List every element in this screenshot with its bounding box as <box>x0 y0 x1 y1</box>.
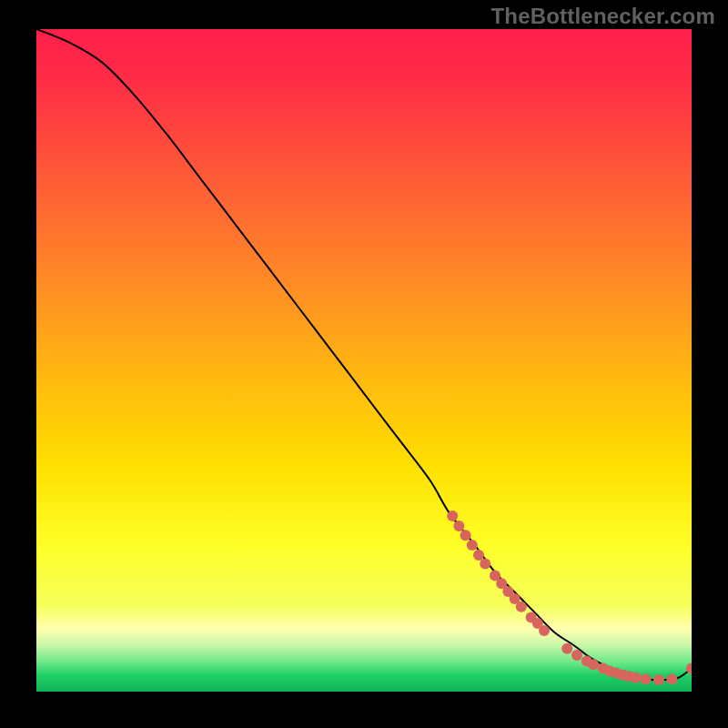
gradient-background <box>36 29 692 692</box>
data-point <box>516 602 527 612</box>
data-point <box>631 672 642 683</box>
data-point <box>460 530 471 541</box>
data-point <box>653 674 664 685</box>
data-point <box>467 540 478 551</box>
data-point <box>480 559 490 570</box>
data-point <box>539 625 550 636</box>
data-point <box>666 673 677 684</box>
data-point <box>453 521 464 531</box>
watermark-text: TheBottlenecker.com <box>490 4 715 29</box>
data-point <box>588 659 599 670</box>
data-point <box>561 643 572 654</box>
data-point <box>447 511 458 521</box>
chart-svg <box>36 29 692 692</box>
data-point <box>473 550 484 561</box>
chart-container: TheBottlenecker.com <box>0 0 728 728</box>
plot-area <box>36 29 692 692</box>
data-point <box>571 650 582 661</box>
data-point <box>641 673 652 684</box>
